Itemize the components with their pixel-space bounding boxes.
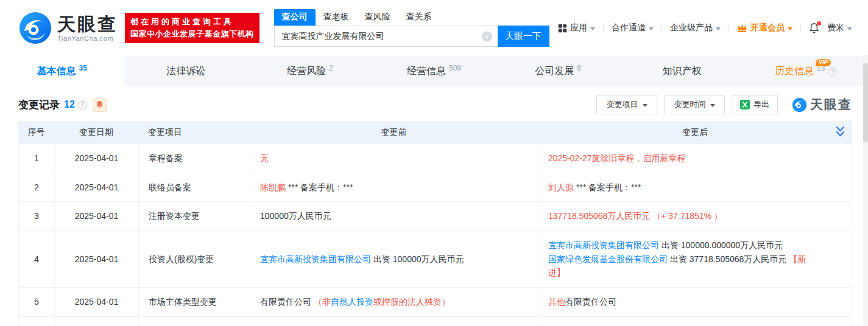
entity-link[interactable]: 国家绿色发展基金股份有限公司 — [548, 254, 668, 264]
monitor-bell-button[interactable] — [93, 98, 107, 112]
table-row: 32025-04-01注册资本变更100000万人民币元137718.50506… — [18, 202, 852, 231]
change-after: 2025-02-27废除旧章程，启用新章程 — [538, 144, 852, 173]
tab-count: 509 — [449, 64, 461, 72]
change-date: 2025-04-01 — [55, 202, 139, 231]
nav-enterprise-products[interactable]: 企业级产品 — [670, 23, 721, 33]
grid-icon — [558, 24, 567, 33]
tab-知识产权[interactable]: 知识产权 — [620, 56, 744, 86]
tianyancha-logo-icon — [18, 11, 52, 45]
table-row: 22025-04-01联络员备案陈凯鹏 *** 备案手机：***刘人源 *** … — [18, 173, 852, 203]
watermark-logo: 天眼查 — [792, 96, 852, 113]
tab-label: 历史信息 — [775, 65, 814, 78]
change-after: 其他有限责任公司 — [538, 288, 852, 316]
nav-label: 企业级产品 — [670, 23, 713, 33]
section-title: 变更记录 — [18, 98, 60, 112]
change-item: 章程备案 — [139, 144, 250, 173]
text-segment: 或 — [373, 297, 382, 307]
tab-label: 经营风险 — [287, 65, 326, 78]
text-line: 宜宾市高新投资集团有限公司 出资 100000.000000万人民币元 — [548, 238, 822, 252]
tianyancha-watermark-icon — [792, 97, 807, 113]
change-records-table: 序号变更日期变更项目变更前变更后 12025-04-01章程备案无2025-02… — [18, 121, 852, 326]
change-before: 陈凯鹏 *** 备案手机：*** — [250, 173, 538, 202]
change-after: 刘人源 *** 备案手机：*** — [538, 173, 852, 202]
text-line: 无 — [260, 151, 528, 165]
column-header: 序号 — [18, 121, 54, 144]
text-segment: *** 备案手机：*** — [574, 182, 641, 192]
logo[interactable]: 天眼查 TianYanCha.com — [18, 11, 118, 45]
search-tab[interactable]: 查关系 — [398, 9, 440, 26]
export-button[interactable]: 导出 — [732, 95, 778, 114]
tab-count: 35 — [79, 64, 87, 72]
row-index: 1 — [19, 144, 55, 173]
text-segment: 刘人源 — [548, 182, 574, 192]
change-date: 2025-04-01 — [55, 231, 139, 287]
search-button[interactable]: 天眼一下 — [498, 26, 549, 47]
table-row: 42025-04-01投资人(股权)变更宜宾市高新投资集团有限公司 出资 100… — [18, 231, 852, 288]
change-date: 2025-04-01 — [55, 144, 139, 173]
text-segment: 有限责任公司 — [565, 297, 616, 307]
bell-icon — [96, 100, 104, 109]
nav-label: 合作通道 — [612, 23, 646, 33]
tab-count: 8 — [577, 64, 581, 72]
change-item: 注册资本变更 — [139, 202, 250, 231]
nav-user[interactable]: 费米 — [827, 23, 852, 33]
text-segment: 陈凯鹏 — [260, 182, 286, 192]
vertical-scrollbar[interactable] — [863, 55, 868, 326]
row-index: 4 — [19, 231, 55, 287]
change-item — [139, 317, 250, 326]
text-segment: 出资 100000万人民币元 — [371, 254, 464, 264]
tab-经营信息[interactable]: 经营信息509 — [372, 56, 496, 86]
text-line: 其他有限责任公司 — [548, 295, 822, 309]
tab-经营风险[interactable]: 经营风险2 — [248, 56, 372, 86]
change-before: 无 — [250, 144, 538, 173]
entity-link[interactable]: 宜宾市高新投资集团有限公司 — [548, 240, 659, 250]
entity-link[interactable]: 宜宾市高新投资集团有限公司 — [260, 254, 371, 264]
collapse-double-chevron-icon[interactable] — [836, 126, 845, 138]
text-line: 陈凯鹏 *** 备案手机：*** — [260, 181, 528, 195]
tab-历史信息[interactable]: 历史信息13VIP — [744, 56, 868, 86]
column-header: 变更前 — [250, 121, 538, 144]
search-tab[interactable]: 查老板 — [316, 9, 357, 26]
search-tabs: 查公司查老板查风险查关系 — [274, 9, 549, 26]
filter-change-time-button[interactable]: 变更时间 — [664, 95, 725, 114]
search-input[interactable] — [275, 26, 498, 46]
change-before: 宜宾市高新投资集团有限公司 出资 100000万人民币元 — [250, 231, 538, 287]
text-segment: （非 — [314, 297, 331, 307]
column-header: 变更项目 — [138, 121, 250, 144]
text-segment: 其他 — [548, 297, 565, 307]
nav-apps[interactable]: 应用 — [558, 23, 595, 33]
change-after — [538, 317, 852, 326]
notification-dot — [817, 21, 821, 26]
help-icon[interactable] — [78, 100, 87, 109]
text-line: 137718.505068万人民币元 （+ 37.71851% ） — [548, 209, 822, 223]
tab-基本信息[interactable]: 基本信息35 — [0, 56, 124, 86]
column-header: 变更日期 — [54, 121, 138, 144]
text-segment: 137718.505068万人民币元 （+ 37.71851% ） — [548, 211, 722, 221]
divider — [662, 24, 662, 32]
search-tab[interactable]: 查公司 — [274, 9, 316, 26]
watermark-text: 天眼查 — [810, 96, 852, 113]
text-segment: 2025-02-27废除旧章程，启用新章程 — [548, 153, 686, 163]
nav-notifications[interactable] — [809, 23, 819, 33]
help-icon[interactable] — [828, 67, 837, 76]
divider — [729, 24, 729, 32]
text-line: 宜宾市高新投资集团有限公司 出资 100000万人民币元 — [260, 252, 528, 266]
scrollbar-thumb[interactable] — [863, 63, 868, 142]
clear-input-icon[interactable] — [482, 31, 492, 41]
text-line: 有限责任公司 （非自然人投资或控股的法人独资） — [260, 295, 528, 309]
entity-link[interactable]: 自然人投资 — [331, 297, 373, 307]
row-index — [19, 317, 55, 326]
nav-cooperation[interactable]: 合作通道 — [612, 23, 654, 33]
text-line: 100000万人民币元 — [260, 209, 528, 223]
text-segment: 100000万人民币元 — [260, 211, 331, 221]
chevron-down-icon — [649, 27, 654, 30]
filter-change-item-button[interactable]: 变更项目 — [596, 95, 657, 114]
search-tab[interactable]: 查风险 — [357, 9, 398, 26]
row-index: 2 — [19, 173, 55, 202]
nav-open-vip[interactable]: 开通会员 — [737, 23, 792, 33]
tab-公司发展[interactable]: 公司发展8 — [496, 56, 620, 86]
tab-法律诉讼[interactable]: 法律诉讼 — [124, 56, 249, 86]
change-date — [55, 317, 139, 326]
brand-domain: TianYanCha.com — [57, 35, 118, 42]
bell-icon — [809, 23, 819, 33]
